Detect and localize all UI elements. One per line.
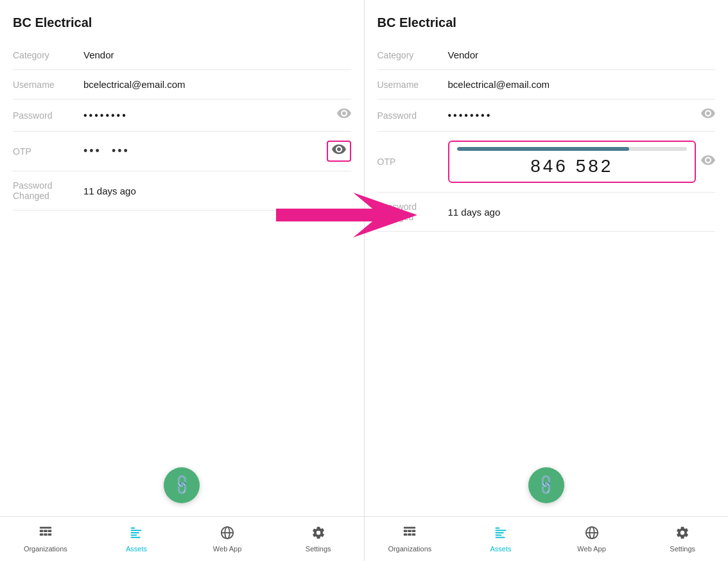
svg-rect-26 xyxy=(496,534,501,535)
svg-rect-1 xyxy=(44,530,48,532)
svg-rect-25 xyxy=(496,532,504,533)
svg-rect-17 xyxy=(408,530,412,532)
right-nav-assets[interactable]: Assets xyxy=(455,517,546,561)
left-assets-icon xyxy=(129,526,143,543)
left-password-label: Password xyxy=(13,110,83,121)
right-category-label: Category xyxy=(377,50,448,60)
right-otp-progress-fill xyxy=(457,147,630,151)
right-organizations-icon xyxy=(403,526,417,543)
right-nav-webapp[interactable]: Web App xyxy=(546,517,637,561)
right-password-value: •••••••• xyxy=(448,110,702,121)
left-fab-button[interactable]: 🔗 xyxy=(164,467,200,503)
svg-rect-7 xyxy=(131,527,135,528)
right-nav-organizations[interactable]: Organizations xyxy=(365,517,456,561)
left-nav-organizations-label: Organizations xyxy=(24,545,67,553)
right-otp-code-box: 846 582 xyxy=(448,141,697,183)
left-nav-organizations[interactable]: Organizations xyxy=(0,517,91,561)
svg-rect-18 xyxy=(412,530,416,532)
svg-rect-2 xyxy=(48,530,51,532)
right-pwchanged-value: 11 days ago xyxy=(448,207,716,218)
svg-rect-5 xyxy=(48,533,51,535)
left-nav-assets[interactable]: Assets xyxy=(91,517,182,561)
left-otp-eye-icon[interactable] xyxy=(327,141,351,162)
svg-rect-27 xyxy=(496,537,505,538)
right-nav-webapp-label: Web App xyxy=(577,545,605,553)
left-username-row: Username bcelectrical@email.com xyxy=(13,70,351,99)
right-category-value: Vendor xyxy=(448,49,716,60)
left-webapp-icon xyxy=(220,526,234,543)
right-otp-code: 846 582 xyxy=(530,156,613,177)
right-otp-label: OTP xyxy=(377,157,448,167)
left-settings-icon xyxy=(311,526,325,543)
right-password-eye-icon[interactable] xyxy=(701,108,715,122)
right-password-row: Password •••••••• xyxy=(377,99,716,132)
right-username-value: bcelectrical@email.com xyxy=(448,79,716,90)
left-otp-label: OTP xyxy=(13,146,83,157)
left-username-label: Username xyxy=(13,80,83,90)
right-password-label: Password xyxy=(377,110,448,121)
right-nav-assets-label: Assets xyxy=(490,545,511,553)
right-panel-title: BC Electrical xyxy=(377,15,716,30)
left-fab-area: 🔗 xyxy=(0,454,364,516)
left-category-row: Category Vendor xyxy=(13,40,351,70)
svg-rect-4 xyxy=(44,533,48,535)
right-bottom-nav: Organizations Assets Web App Settings xyxy=(365,516,729,561)
left-nav-assets-label: Assets xyxy=(126,545,147,553)
right-panel: BC Electrical Category Vendor Username b… xyxy=(365,0,729,561)
svg-rect-19 xyxy=(404,533,408,535)
svg-rect-20 xyxy=(408,533,412,535)
svg-rect-10 xyxy=(131,534,137,535)
left-attach-icon: 🔗 xyxy=(170,473,194,497)
svg-rect-22 xyxy=(404,526,415,528)
right-category-row: Category Vendor xyxy=(377,40,716,70)
right-settings-icon xyxy=(675,526,689,543)
right-attach-icon: 🔗 xyxy=(534,473,558,497)
right-fab-button[interactable]: 🔗 xyxy=(528,467,564,503)
svg-rect-9 xyxy=(131,532,139,533)
left-category-value: Vendor xyxy=(83,49,351,60)
svg-rect-23 xyxy=(496,527,499,528)
left-pwchanged-label: Password Changed xyxy=(13,180,83,201)
left-category-label: Category xyxy=(13,50,83,60)
left-nav-webapp[interactable]: Web App xyxy=(182,517,273,561)
right-pwchanged-label: Password Changed xyxy=(377,202,448,222)
left-organizations-icon xyxy=(39,526,53,543)
right-otp-row: OTP 846 582 xyxy=(377,132,716,193)
left-otp-value: ••• ••• xyxy=(83,144,327,158)
right-username-label: Username xyxy=(377,80,448,90)
left-password-row: Password •••••••• xyxy=(13,99,351,132)
svg-rect-8 xyxy=(131,530,142,531)
right-pwchanged-row: Password Changed 11 days ago xyxy=(377,193,716,232)
svg-rect-0 xyxy=(40,530,44,532)
left-panel: BC Electrical Category Vendor Username b… xyxy=(0,0,365,561)
right-assets-icon xyxy=(494,526,508,543)
left-username-value: bcelectrical@email.com xyxy=(83,79,351,90)
svg-rect-3 xyxy=(40,533,44,535)
svg-rect-21 xyxy=(412,533,416,535)
right-username-row: Username bcelectrical@email.com xyxy=(377,70,716,99)
right-otp-progress-bar xyxy=(457,147,688,151)
left-nav-settings-label: Settings xyxy=(306,545,331,553)
right-nav-organizations-label: Organizations xyxy=(388,545,431,553)
svg-rect-16 xyxy=(404,530,408,532)
left-nav-webapp-label: Web App xyxy=(213,545,241,553)
left-password-eye-icon[interactable] xyxy=(337,108,351,122)
right-webapp-icon xyxy=(585,526,599,543)
left-pwchanged-row: Password Changed 11 days ago xyxy=(13,171,351,211)
left-panel-title: BC Electrical xyxy=(13,15,351,30)
right-otp-eye-icon[interactable] xyxy=(701,155,715,169)
left-bottom-nav: Organizations Assets Web App Settings xyxy=(0,516,364,561)
right-nav-settings-label: Settings xyxy=(670,545,695,553)
svg-rect-11 xyxy=(131,537,141,538)
svg-rect-6 xyxy=(40,526,51,528)
svg-rect-24 xyxy=(496,530,507,531)
left-password-value: •••••••• xyxy=(83,110,337,121)
left-nav-settings[interactable]: Settings xyxy=(273,517,364,561)
right-nav-settings[interactable]: Settings xyxy=(637,517,728,561)
left-otp-row: OTP ••• ••• xyxy=(13,132,351,171)
right-fab-area: 🔗 xyxy=(365,454,729,516)
left-pwchanged-value: 11 days ago xyxy=(83,186,351,196)
